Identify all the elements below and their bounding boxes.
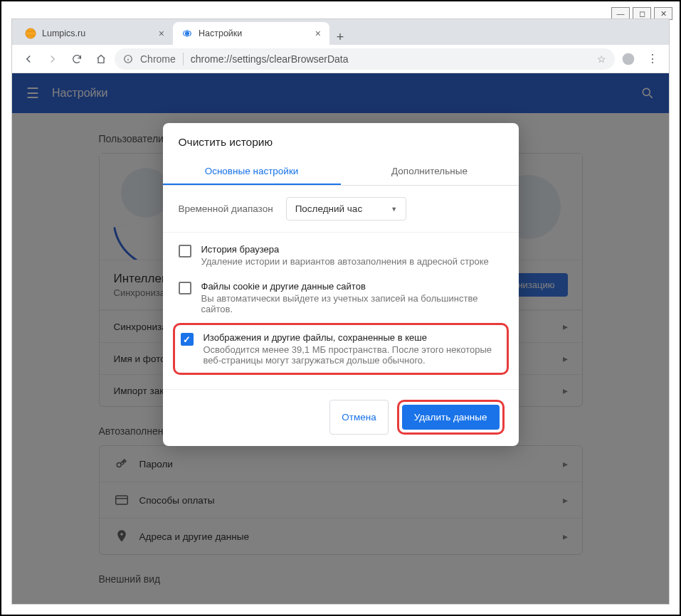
svg-point-0: [26, 28, 36, 38]
back-button[interactable]: [18, 48, 39, 70]
bookmark-icon[interactable]: ☆: [597, 53, 606, 65]
content-area: ☰ Настройки Пользователи Интеллектуальн: [12, 73, 669, 604]
range-label: Временной диапазон: [179, 203, 273, 214]
app-window: — ◻ ✕ Lumpics.ru × Настройки × +: [0, 0, 681, 616]
reload-button[interactable]: [66, 48, 88, 70]
range-value: Последний час: [295, 203, 363, 214]
close-icon[interactable]: ×: [159, 28, 164, 39]
option-cookies[interactable]: Файлы cookie и другие данные сайтов Вы а…: [179, 274, 503, 322]
chrome-label: Chrome: [140, 53, 176, 65]
option-history[interactable]: История браузера Удаление истории и вари…: [179, 237, 503, 274]
tab-settings[interactable]: Настройки ×: [173, 22, 329, 45]
dialog-tabs: Основные настройки Дополнительные: [163, 157, 519, 186]
orange-globe-icon: [25, 28, 36, 39]
option-subtitle: Удаление истории и вариантов автозаполне…: [201, 256, 489, 267]
browser-toolbar: Chrome chrome://settings/clearBrowserDat…: [12, 45, 669, 73]
clear-data-dialog: Очистить историю Основные настройки Допо…: [163, 123, 519, 446]
option-cache[interactable]: Изображения и другие файлы, сохраненные …: [181, 329, 501, 368]
chevron-down-icon: ▼: [391, 206, 397, 213]
checkbox-cookies[interactable]: [179, 282, 191, 294]
dialog-title: Очистить историю: [163, 123, 519, 157]
tab-basic[interactable]: Основные настройки: [163, 157, 341, 185]
url-text: chrome://settings/clearBrowserData: [191, 53, 349, 65]
site-info-icon[interactable]: [123, 54, 133, 64]
checkbox-history[interactable]: [179, 245, 191, 257]
home-button[interactable]: [90, 48, 112, 70]
option-title: Файлы cookie и другие данные сайтов: [201, 281, 503, 292]
modal-overlay: Очистить историю Основные настройки Допо…: [12, 73, 669, 604]
svg-point-7: [623, 53, 635, 65]
checkbox-cache[interactable]: [181, 333, 194, 346]
tab-strip: Lumpics.ru × Настройки × +: [12, 19, 669, 45]
option-title: Изображения и другие файлы, сохраненные …: [204, 332, 501, 343]
tab-title: Настройки: [199, 28, 242, 38]
close-icon[interactable]: ×: [315, 28, 321, 39]
forward-button[interactable]: [42, 48, 63, 70]
option-title: История браузера: [201, 244, 489, 255]
time-range-row: Временной диапазон Последний час ▼: [163, 186, 519, 233]
highlight-cache-option: Изображения и другие файлы, сохраненные …: [173, 323, 509, 375]
option-subtitle: Освободится менее 39,1 МБ пространства. …: [204, 344, 501, 366]
option-subtitle: Вы автоматически выйдете из учетных запи…: [201, 293, 503, 314]
highlight-confirm: Удалить данные: [397, 400, 505, 435]
new-tab-button[interactable]: +: [329, 30, 351, 45]
options-list: История браузера Удаление истории и вари…: [163, 233, 519, 382]
gear-icon: [181, 28, 193, 39]
profile-icon[interactable]: [618, 48, 639, 70]
delete-data-button[interactable]: Удалить данные: [402, 405, 500, 430]
tab-lumpics[interactable]: Lumpics.ru ×: [16, 22, 173, 45]
svg-point-3: [186, 32, 189, 35]
address-bar[interactable]: Chrome chrome://settings/clearBrowserDat…: [115, 48, 615, 70]
separator: [183, 53, 184, 65]
tab-title: Lumpics.ru: [42, 28, 85, 38]
menu-icon[interactable]: ⋮: [642, 48, 663, 70]
time-range-select[interactable]: Последний час ▼: [286, 197, 406, 221]
cancel-button[interactable]: Отмена: [329, 400, 388, 435]
browser-window: Lumpics.ru × Настройки × + Chrome chrome: [11, 18, 670, 605]
dialog-actions: Отмена Удалить данные: [163, 389, 519, 439]
tab-advanced[interactable]: Дополнительные: [341, 157, 519, 185]
